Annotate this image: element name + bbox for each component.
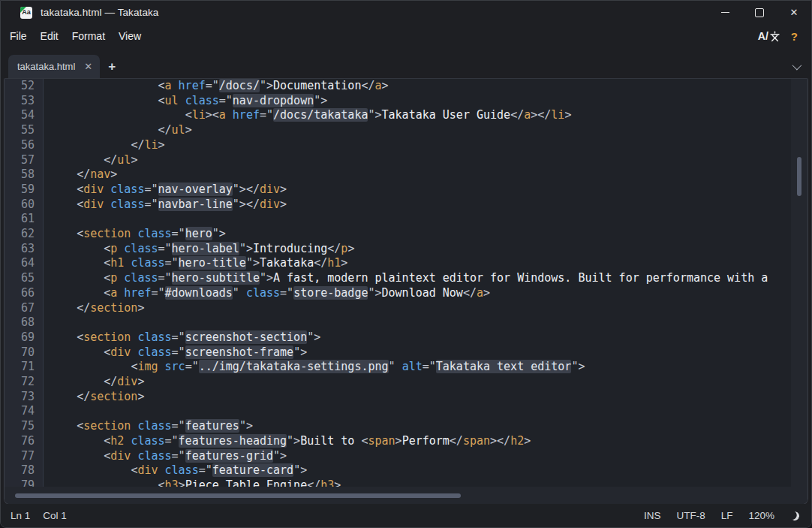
- whitespace-token: [50, 301, 77, 315]
- punctuation-token: <: [185, 108, 192, 122]
- code-text: </section>: [44, 390, 144, 405]
- code-text: <ul class="nav-dropdown">: [44, 94, 327, 109]
- code-text: <h2 class="features-heading">Built to <s…: [44, 434, 531, 449]
- tag-token: a: [477, 286, 483, 300]
- string-token: nav-overlay: [158, 183, 233, 196]
- punctuation-token: >: [280, 198, 287, 211]
- punctuation-token: >: [185, 123, 192, 137]
- line-number: 71: [5, 360, 44, 375]
- menu-edit[interactable]: Edit: [34, 27, 65, 45]
- punctuation-token: ": [233, 286, 239, 300]
- maximize-button[interactable]: [742, 1, 777, 24]
- whitespace-token: [50, 167, 77, 181]
- text-token: Perform: [402, 434, 450, 448]
- punctuation-token: =": [165, 256, 179, 270]
- code-text: <p class="hero-label">Introducing</p>: [44, 242, 354, 257]
- punctuation-token: >: [158, 138, 165, 152]
- language-toggle-cjk-icon: [769, 31, 780, 42]
- menu-bar-right: A/ ?: [758, 30, 811, 43]
- tag-token: section: [90, 301, 137, 315]
- menu-format[interactable]: Format: [65, 27, 112, 45]
- line-number: 78: [5, 463, 44, 478]
- horizontal-scrollbar-thumb[interactable]: [15, 493, 461, 498]
- punctuation-token: ">: [212, 227, 226, 240]
- string-token: features-heading: [179, 434, 287, 448]
- code-line: 56 </li>: [5, 138, 791, 153]
- code-line: 72 </div>: [5, 375, 791, 390]
- attribute-token: alt: [402, 360, 423, 373]
- horizontal-scrollbar[interactable]: [5, 487, 791, 504]
- status-bar: Ln 1 Col 1 INS UTF-8 LF 120%: [1, 504, 811, 527]
- whitespace-token: [50, 242, 104, 255]
- punctuation-token: =": [144, 183, 158, 196]
- code-text: </ul>: [44, 123, 192, 138]
- line-number: 77: [5, 449, 44, 464]
- menu-file[interactable]: File: [3, 27, 34, 45]
- punctuation-token: <: [104, 434, 110, 448]
- punctuation-token: <: [104, 256, 110, 270]
- language-toggle-button[interactable]: A/: [758, 30, 780, 42]
- punctuation-token: <: [158, 94, 165, 107]
- code-line: 59 <div class="nav-overlay"></div>: [5, 183, 791, 198]
- code-text: <div class="screenshot-frame">: [44, 345, 307, 361]
- whitespace-token: [50, 434, 104, 448]
- tab-takataka-html[interactable]: takataka.html ✕: [8, 55, 100, 78]
- line-ending-indicator: LF: [721, 510, 733, 521]
- whitespace-token: [50, 390, 77, 403]
- attribute-token: href: [179, 79, 206, 92]
- whitespace-token: [50, 138, 131, 152]
- text-token: Download Now: [382, 286, 463, 300]
- app-window: Aa takataka.html — Takataka ✕ File Edit …: [0, 0, 812, 528]
- tag-token: h2: [510, 434, 524, 448]
- line-number: 74: [5, 404, 44, 419]
- code-line: 52 <a href="/docs/">Documentation</a>: [5, 79, 791, 94]
- punctuation-token: <: [77, 198, 83, 211]
- punctuation-token: ">: [368, 108, 381, 122]
- punctuation-token: </: [463, 286, 477, 300]
- whitespace-token: [117, 271, 124, 285]
- punctuation-token: =": [158, 271, 172, 285]
- punctuation-token: >: [137, 375, 144, 388]
- punctuation-token: =": [206, 79, 219, 92]
- attribute-token: class: [131, 256, 164, 270]
- punctuation-token: "></: [233, 183, 260, 196]
- minimize-button[interactable]: [708, 1, 742, 24]
- code-text: <div class="navbar-line"></div>: [44, 198, 287, 213]
- whitespace-token: [50, 419, 77, 433]
- string-token: /docs/: [219, 79, 260, 92]
- punctuation-token: ">: [314, 94, 327, 107]
- menu-bar: File Edit Format View A/ ?: [1, 24, 811, 48]
- attribute-token: class: [246, 286, 280, 300]
- whitespace-token: [50, 463, 131, 477]
- whitespace-token: [158, 463, 165, 477]
- code-line: 74: [5, 404, 791, 419]
- code-line: 60 <div class="navbar-line"></div>: [5, 198, 791, 213]
- attribute-token: class: [124, 271, 158, 285]
- code-editor[interactable]: 52 <a href="/docs/">Documentation</a>53 …: [5, 79, 791, 487]
- string-token: #downloads: [165, 286, 233, 300]
- string-token: screenshot-frame: [185, 345, 294, 359]
- tag-token: div: [117, 375, 137, 388]
- vertical-scrollbar[interactable]: [791, 79, 807, 502]
- tab-overflow-button[interactable]: [789, 60, 802, 72]
- close-button[interactable]: ✕: [777, 1, 811, 24]
- whitespace-token: [104, 183, 110, 196]
- code-text: <section class="hero">: [44, 227, 226, 242]
- punctuation-token: >: [382, 79, 389, 92]
- new-tab-button[interactable]: +: [101, 56, 122, 78]
- whitespace-token: [50, 360, 131, 373]
- line-number: 66: [5, 286, 44, 301]
- code-line: 53 <ul class="nav-dropdown">: [5, 94, 791, 109]
- vertical-scrollbar-thumb[interactable]: [797, 157, 801, 196]
- tag-token: p: [110, 271, 117, 285]
- insert-mode-indicator: INS: [644, 510, 661, 521]
- tab-strip: takataka.html ✕ +: [1, 48, 811, 78]
- help-button[interactable]: ?: [791, 30, 798, 43]
- tag-token: section: [83, 330, 131, 344]
- tag-token: div: [83, 183, 104, 196]
- menu-view[interactable]: View: [112, 27, 148, 45]
- punctuation-token: =": [165, 434, 179, 448]
- line-number: 65: [5, 271, 44, 286]
- punctuation-token: ">: [571, 360, 585, 373]
- tab-close-icon[interactable]: ✕: [84, 62, 92, 71]
